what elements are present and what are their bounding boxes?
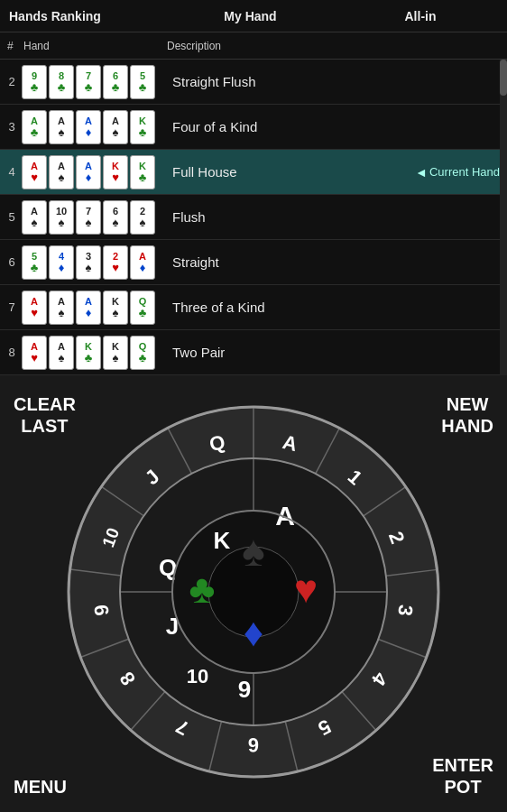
hand-description: Three of a Kind	[167, 300, 507, 315]
card: 6♣	[103, 65, 128, 99]
card: 7♣	[76, 65, 101, 99]
menu-button[interactable]: MENU	[14, 776, 67, 798]
header-hands-ranking: Hands Ranking	[0, 9, 167, 23]
card: K♣	[130, 110, 155, 144]
table-row[interactable]: 7 A♥ A♠ A♦ K♠ Q♣ Three of a Kind	[0, 285, 507, 330]
header-all-in: All-in	[334, 9, 507, 23]
hand-description: Full House	[167, 164, 415, 180]
svg-text:10: 10	[187, 665, 208, 687]
card: 2♠	[130, 200, 155, 235]
card: 8♣	[49, 65, 74, 99]
card: 5♣	[22, 245, 47, 280]
svg-text:A: A	[275, 501, 295, 531]
current-hand-text: Current Hand	[429, 165, 500, 179]
card: 5♣	[130, 65, 155, 99]
card: K♥	[103, 155, 128, 189]
cards-area: A♠ 10♠ 7♠ 6♠ 2♠	[20, 198, 167, 236]
svg-text:♦: ♦	[244, 610, 263, 654]
hand-description: Four of a Kind	[167, 119, 507, 134]
app-container: Hands Ranking My Hand All-in # Hand Desc…	[0, 0, 507, 812]
cards-area: A♥ A♠ A♦ K♠ Q♣	[20, 289, 167, 327]
svg-text:♣: ♣	[189, 567, 216, 611]
card: 7♠	[76, 200, 101, 235]
wheel[interactable]: A 1 2 3 4 5 6 7 8 9 10 J Q K A ♠	[64, 402, 443, 781]
wheel-svg: A 1 2 3 4 5 6 7 8 9 10 J Q K A ♠	[64, 402, 443, 781]
card: 2♥	[103, 245, 128, 280]
subheader-hand: Hand	[20, 40, 167, 52]
current-hand-arrow: ◄	[415, 165, 428, 180]
card: 4♦	[49, 245, 74, 280]
card: 3♠	[76, 245, 101, 280]
row-number: 4	[0, 165, 20, 179]
card: Q♣	[130, 291, 155, 325]
subheader-desc: Description	[167, 40, 507, 52]
table-row[interactable]: 6 5♣ 4♦ 3♠ 2♥ A♦ Straight	[0, 240, 507, 285]
row-number: 7	[0, 300, 20, 314]
card: A♠	[49, 336, 74, 370]
row-number: 8	[0, 346, 20, 359]
cards-area: A♥ A♠ A♦ K♥ K♣	[20, 153, 167, 191]
card: K♣	[130, 155, 155, 189]
current-hand-label: ◄ Current Hand	[415, 165, 507, 180]
card: A♦	[130, 245, 155, 280]
card: A♠	[22, 200, 47, 235]
card: A♦	[76, 291, 101, 325]
card: A♥	[22, 336, 47, 370]
scrollbar-thumb[interactable]	[500, 60, 507, 96]
card: A♣	[22, 110, 47, 144]
table-row[interactable]: 4 A♥ A♠ A♦ K♥ K♣ Full House ◄ Current Ha…	[0, 150, 507, 195]
card: A♠	[49, 110, 74, 144]
hand-description: Straight	[167, 254, 507, 270]
hand-description: Two Pair	[167, 345, 507, 360]
card: K♣	[76, 336, 101, 370]
row-number: 5	[0, 210, 20, 224]
hand-description: Flush	[167, 209, 507, 225]
card: A♦	[76, 110, 101, 144]
table-row[interactable]: 5 A♠ 10♠ 7♠ 6♠ 2♠ Flush	[0, 195, 507, 240]
scrollbar[interactable]	[500, 60, 507, 375]
card: A♠	[49, 155, 74, 189]
card: A♥	[22, 291, 47, 325]
card: K♠	[103, 291, 128, 325]
hand-description: Straight Flush	[167, 74, 507, 89]
card: A♥	[22, 155, 47, 189]
card: K♠	[103, 336, 128, 370]
cards-area: 5♣ 4♦ 3♠ 2♥ A♦	[20, 244, 167, 281]
cards-area: A♥ A♠ K♣ K♠ Q♣	[20, 334, 167, 372]
table-header: Hands Ranking My Hand All-in	[0, 0, 507, 32]
svg-text:♠: ♠	[242, 527, 265, 575]
card: 10♠	[49, 200, 74, 235]
svg-text:♥: ♥	[294, 567, 318, 611]
table-row[interactable]: 3 A♣ A♠ A♦ A♠ K♣ Four of a Kind	[0, 105, 507, 150]
new-hand-button[interactable]: NEWHAND	[441, 393, 493, 437]
hands-table: 2 9♣ 8♣ 7♣ 6♣ 5♣ Straight Flush 3 A♣ A♠ …	[0, 60, 507, 375]
header-my-hand: My Hand	[167, 9, 334, 23]
card: Q♣	[130, 336, 155, 370]
cards-area: A♣ A♠ A♦ A♠ K♣	[20, 108, 167, 146]
svg-text:9: 9	[238, 676, 251, 703]
wheel-section: CLEARLAST NEWHAND MENU ENTERPOT	[0, 375, 507, 812]
card: 6♠	[103, 200, 128, 235]
table-row[interactable]: 2 9♣ 8♣ 7♣ 6♣ 5♣ Straight Flush	[0, 60, 507, 105]
row-number: 2	[0, 75, 20, 88]
card: 9♣	[22, 65, 47, 99]
card: A♠	[49, 291, 74, 325]
svg-text:6: 6	[248, 734, 259, 756]
table-row[interactable]: 8 A♥ A♠ K♣ K♠ Q♣ Two Pair	[0, 330, 507, 375]
card: A♦	[76, 155, 101, 189]
card: A♠	[103, 110, 128, 144]
table-subheader: # Hand Description	[0, 32, 507, 60]
row-number: 3	[0, 120, 20, 134]
svg-text:K: K	[214, 527, 231, 554]
subheader-num: #	[0, 40, 20, 52]
row-number: 6	[0, 255, 20, 269]
cards-area: 9♣ 8♣ 7♣ 6♣ 5♣	[20, 63, 167, 101]
